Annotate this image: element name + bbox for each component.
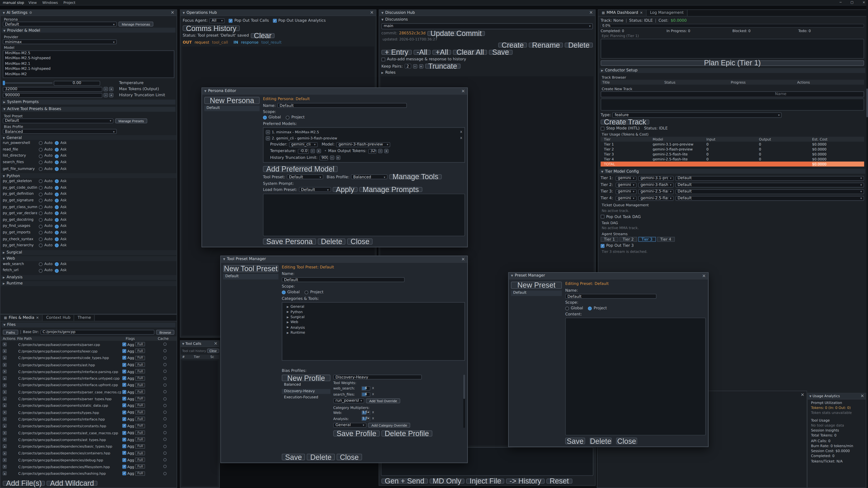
full-flag-button[interactable]: Full [135,444,145,449]
model-option[interactable]: MiniMax-M2.1 [3,61,174,67]
gen-send-button[interactable]: Gen + Send [381,478,428,483]
manage-personas-button[interactable]: Manage Personas [119,22,153,27]
menu-item[interactable]: Project [63,0,75,4]
category-override-select[interactable]: General [333,422,366,427]
agg-checkbox[interactable] [122,369,126,373]
close-icon[interactable]: × [214,341,217,346]
auto-radio[interactable] [39,243,42,248]
ask-radio[interactable] [55,224,59,228]
tab-context-hub[interactable]: Context Hub [43,315,74,321]
active-presets-section[interactable]: Active Tool Presets & Biases [2,107,176,111]
save-discussion-button[interactable]: Save [489,50,513,55]
decrement-button[interactable]: − [413,64,417,69]
tab-theme[interactable]: Theme [74,315,95,321]
cache-indicator[interactable] [163,438,166,441]
add-category-override-button[interactable]: Add Category Override [368,422,410,427]
roles-section[interactable]: Roles [379,70,595,75]
auto-radio[interactable] [39,186,42,190]
tool-group-web[interactable]: Web [0,256,177,261]
ai-settings-header[interactable]: AI Settings ⚙ × [0,10,177,16]
agg-checkbox[interactable] [122,471,126,475]
cache-indicator[interactable] [163,390,166,394]
remove-file-button[interactable]: x [3,472,6,476]
auto-radio[interactable] [39,141,42,145]
agg-checkbox[interactable] [122,342,126,346]
ask-radio[interactable] [55,186,59,190]
tier-provider-select[interactable]: gemini [616,176,637,181]
md-only-button[interactable]: MD Only [429,478,465,483]
delete-tool-preset-button[interactable]: Delete [307,454,335,460]
agg-checkbox[interactable] [122,363,126,366]
remove-file-button[interactable]: x [3,349,6,353]
tool-group-python[interactable]: Python [0,173,177,178]
stream-tab-tier3[interactable]: Tier 3 [638,237,656,242]
category-row[interactable]: Surgical [282,314,465,320]
provider-select[interactable]: minimax [3,39,117,44]
remove-weight-icon[interactable]: x [372,386,374,390]
apply-button[interactable]: Apply [333,187,358,192]
new-profile-button[interactable]: New Profile [282,375,331,381]
cache-indicator[interactable] [163,472,166,475]
ask-radio[interactable] [55,205,59,209]
agg-checkbox[interactable] [122,451,126,455]
delete-profile-button[interactable]: Delete Profile [381,430,432,436]
cache-indicator[interactable] [163,404,166,407]
remove-file-button[interactable]: x [3,390,6,394]
ask-radio[interactable] [55,237,59,241]
weight-value-input[interactable]: 4 [362,392,370,396]
full-flag-button[interactable]: Full [135,410,145,415]
pop-out-tool-calls-checkbox[interactable] [229,19,232,23]
auto-add-checkbox[interactable] [381,57,385,61]
create-discussion-button[interactable]: Create [498,43,527,48]
manage-tools-button[interactable]: Manage Tools [389,174,442,180]
close-dialog-button[interactable]: Close [616,437,637,444]
auto-radio[interactable] [39,269,42,272]
preset-name-input[interactable]: Default [565,294,656,299]
collapse-all-button[interactable]: -All [413,50,431,55]
stream-tab-tier2[interactable]: Tier 2 [619,237,637,242]
full-flag-button[interactable]: Full [135,403,145,408]
tier-provider-select[interactable]: gemini [616,189,637,194]
profile-name-input[interactable]: Discovery-Heavy [333,375,422,380]
truncate-button[interactable]: Truncate [425,64,460,69]
close-icon[interactable]: × [370,11,374,15]
comms-history-button[interactable]: Comms History [183,26,240,31]
persona-tool-preset-select[interactable]: Default [287,174,323,180]
pref-max-output-input[interactable]: 32000 [368,149,377,154]
preset-content-input[interactable] [565,318,706,435]
maximize-icon[interactable]: ▢ [850,1,854,4]
full-flag-button[interactable]: Full [135,451,145,455]
cache-indicator[interactable] [163,343,166,346]
profile-item[interactable]: Execution-Focused [282,395,331,400]
model-option[interactable]: MiniMax-M2 [3,72,174,77]
tier-preset-select[interactable]: Default [675,196,864,201]
cache-indicator[interactable] [163,377,166,380]
close-icon[interactable]: × [860,394,864,398]
cache-indicator[interactable] [163,458,166,462]
remove-file-button[interactable]: x [3,397,6,400]
model-option[interactable]: MiniMax-M2.5-highspeed [3,56,174,61]
full-flag-button[interactable]: Full [135,430,145,435]
rename-discussion-button[interactable]: Rename [529,43,563,48]
clear-tool-calls-button[interactable]: Clear [207,349,219,353]
agg-checkbox[interactable] [122,431,126,435]
auto-radio[interactable] [39,148,42,152]
tool-preset-name-input[interactable]: Default [282,277,405,282]
cache-indicator[interactable] [163,418,166,421]
persona-editor-header[interactable]: Persona Editor × [202,88,467,94]
remove-weight-icon[interactable]: x [372,392,374,396]
new-persona-button[interactable]: New Persona [204,97,260,104]
tab-log-management[interactable]: Log Management [647,10,688,16]
track-name-input[interactable]: Name [600,91,864,97]
tab-mma-dashboard[interactable]: ▦ MMA Dashboard × [598,10,647,16]
scrollbar-thumb[interactable] [866,89,868,117]
remove-file-button[interactable]: x [3,437,6,442]
decrement-button[interactable]: − [103,93,108,98]
agg-checkbox[interactable] [122,410,126,414]
preset-list-item[interactable]: Default [511,291,562,296]
tool-group-analysis[interactable]: Analysis [0,275,177,280]
persona-bias-profile-select[interactable]: Balanced [351,174,388,180]
remove-file-button[interactable]: x [3,417,6,421]
update-commit-button[interactable]: Update Commit [427,31,485,36]
ask-radio[interactable] [55,199,59,203]
